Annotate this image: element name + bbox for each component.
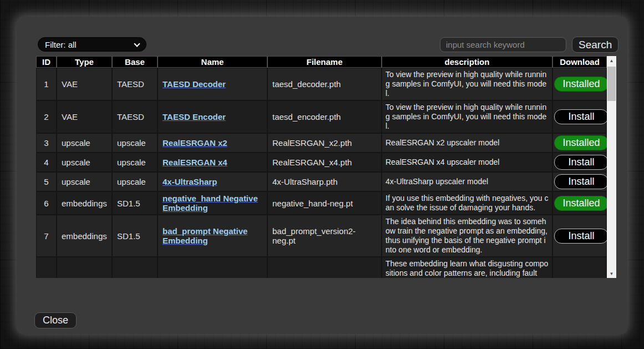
comfyui-canvas: { "toolbar": { "filter": { "selected": "… — [0, 0, 644, 349]
table-row: 5upscaleupscale4x-UltraSharp4x-UltraShar… — [36, 172, 607, 191]
cell-id: 7 — [36, 215, 57, 257]
close-button[interactable]: Close — [34, 312, 77, 328]
header-name: Name — [158, 56, 267, 68]
header-download: Download — [552, 56, 607, 68]
cell-id: 2 — [36, 100, 57, 133]
cell-description: The idea behind this embedding was to so… — [382, 215, 552, 257]
install-button[interactable]: Install — [554, 109, 608, 124]
table-header-row: ID Type Base Name Filename description D… — [36, 56, 607, 68]
header-description: description — [382, 56, 552, 68]
cell-id: 6 — [36, 191, 57, 215]
cell-filename: taesd_encoder.pth — [267, 100, 382, 133]
cell-type: embeddings — [57, 215, 112, 257]
cell-description: 4x-UltraSharp upscaler model — [382, 172, 552, 191]
cell-base: SD1.5 — [112, 215, 158, 257]
table-row: 7embeddingsSD1.5bad_prompt Negative Embe… — [36, 215, 607, 257]
cell-download: Installed — [552, 191, 607, 215]
filter-dropdown-wrap: Filter: all — [38, 37, 146, 52]
cell-filename: RealESRGAN_x2.pth — [267, 133, 382, 153]
cell-name: RealESRGAN x4 — [158, 153, 267, 172]
model-name-link[interactable]: RealESRGAN x2 — [163, 138, 227, 148]
header-id: ID — [36, 56, 57, 68]
cell-name: 4x-UltraSharp — [158, 172, 267, 191]
cell-description: To view the preview in high quality whil… — [382, 100, 552, 133]
cell-name: RealESRGAN x2 — [158, 133, 267, 153]
cell-base: TAESD — [112, 68, 158, 100]
cell-download: Install — [552, 215, 607, 257]
search-input[interactable] — [440, 37, 566, 52]
cell-base — [112, 257, 158, 278]
model-name-link[interactable]: TAESD Encoder — [163, 112, 226, 122]
table-row: 1VAETAESDTAESD Decodertaesd_decoder.pthT… — [36, 68, 607, 100]
cell-download: Install — [552, 172, 607, 191]
cell-filename: bad_prompt_version2-neg.pt — [267, 215, 382, 257]
scrollbar-down-arrow-icon[interactable]: ▼ — [607, 269, 616, 278]
cell-base: upscale — [112, 172, 158, 191]
install-button[interactable]: Install — [554, 174, 608, 189]
model-manager-dialog: Filter: all Search ID Type Base Name Fil… — [17, 17, 627, 334]
search-button[interactable]: Search — [572, 37, 618, 53]
cell-description: These embedding learn what disgusting co… — [382, 257, 552, 278]
cell-base: upscale — [112, 153, 158, 172]
model-table-container: ID Type Base Name Filename description D… — [36, 56, 616, 278]
cell-name: TAESD Encoder — [158, 100, 267, 133]
model-name-link[interactable]: RealESRGAN x4 — [163, 158, 227, 167]
table-body: 1VAETAESDTAESD Decodertaesd_decoder.pthT… — [36, 68, 607, 278]
cell-type: VAE — [57, 68, 112, 100]
cell-description: RealESRGAN x2 upscaler model — [382, 133, 552, 153]
install-button[interactable]: Install — [554, 229, 608, 244]
cell-description: If you use this embedding with negatives… — [382, 191, 552, 215]
cell-name: TAESD Decoder — [158, 68, 267, 100]
cell-filename: RealESRGAN_x4.pth — [267, 153, 382, 172]
scrollbar-up-arrow-icon[interactable]: ▲ — [607, 56, 616, 65]
cell-name: negative_hand Negative Embedding — [158, 191, 267, 215]
cell-id: 5 — [36, 172, 57, 191]
table-row: 6embeddingsSD1.5negative_hand Negative E… — [36, 191, 607, 215]
model-name-link[interactable]: TAESD Decoder — [163, 79, 226, 89]
cell-id: 3 — [36, 133, 57, 153]
cell-description: To view the preview in high quality whil… — [382, 68, 552, 100]
table-row: 3upscaleupscaleRealESRGAN x2RealESRGAN_x… — [36, 133, 607, 153]
table-scrollbar: ▲ ▼ — [607, 56, 616, 278]
cell-description: RealESRGAN x4 upscaler model — [382, 153, 552, 172]
filter-dropdown[interactable]: Filter: all — [38, 37, 146, 52]
cell-download — [552, 257, 607, 278]
cell-filename: negative_hand-neg.pt — [267, 191, 382, 215]
installed-button[interactable]: Installed — [554, 135, 608, 150]
cell-type — [57, 257, 112, 278]
model-table: ID Type Base Name Filename description D… — [36, 56, 607, 278]
cell-filename: 4x-UltraSharp.pth — [267, 172, 382, 191]
cell-id: 1 — [36, 68, 57, 100]
cell-type: upscale — [57, 133, 112, 153]
cell-download: Installed — [552, 68, 607, 100]
cell-filename — [267, 257, 382, 278]
cell-filename: taesd_decoder.pth — [267, 68, 382, 100]
cell-download: Installed — [552, 133, 607, 153]
table-row: 4upscaleupscaleRealESRGAN x4RealESRGAN_x… — [36, 153, 607, 172]
cell-download: Install — [552, 100, 607, 133]
header-filename: Filename — [267, 56, 382, 68]
cell-base: TAESD — [112, 100, 158, 133]
cell-id — [36, 257, 57, 278]
cell-type: upscale — [57, 153, 112, 172]
table-row: These embedding learn what disgusting co… — [36, 257, 607, 278]
cell-base: SD1.5 — [112, 191, 158, 215]
installed-button[interactable]: Installed — [554, 196, 608, 211]
table-row: 2VAETAESDTAESD Encodertaesd_encoder.pthT… — [36, 100, 607, 133]
model-name-link[interactable]: bad_prompt Negative Embedding — [163, 226, 247, 245]
scrollbar-thumb[interactable] — [607, 67, 616, 101]
header-type: Type — [57, 56, 112, 68]
cell-type: embeddings — [57, 191, 112, 215]
install-button[interactable]: Install — [554, 155, 608, 170]
cell-type: VAE — [57, 100, 112, 133]
cell-download: Install — [552, 153, 607, 172]
cell-base: upscale — [112, 133, 158, 153]
installed-button[interactable]: Installed — [554, 77, 608, 92]
model-name-link[interactable]: 4x-UltraSharp — [163, 177, 217, 186]
cell-name — [158, 257, 267, 278]
model-name-link[interactable]: negative_hand Negative Embedding — [163, 194, 258, 213]
cell-type: upscale — [57, 172, 112, 191]
cell-id: 4 — [36, 153, 57, 172]
header-base: Base — [112, 56, 158, 68]
cell-name: bad_prompt Negative Embedding — [158, 215, 267, 257]
